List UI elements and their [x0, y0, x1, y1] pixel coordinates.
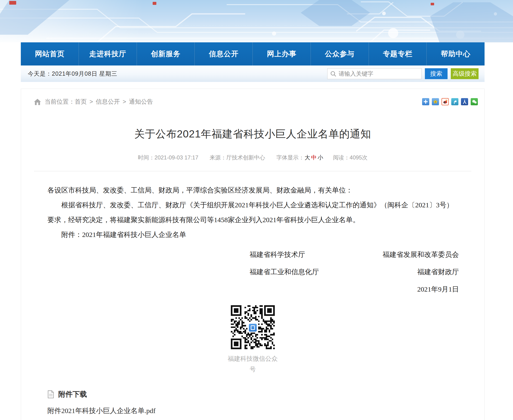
meta-time: 时间：2021-09-03 17:17	[138, 154, 198, 161]
main-nav: 网站首页 走进科技厅 创新服务 信息公开 网上办事 公众参与 专题专栏 帮助中心	[21, 42, 484, 66]
banner-red-accent	[431, 3, 434, 5]
signature-org: 福建省工业和信息化厅	[249, 267, 319, 277]
nav-item-public-participation[interactable]: 公众参与	[311, 42, 369, 66]
renren-icon[interactable]	[461, 98, 468, 105]
signature-date: 2021年9月1日	[249, 285, 459, 294]
qr-center-logo	[248, 323, 257, 332]
home-icon	[34, 98, 41, 105]
breadcrumb: 当前位置： 首页 > 信息公开 > 通知公告 z	[21, 89, 484, 106]
meta-font-label: 字体显示：	[276, 154, 304, 161]
paragraph: 各设区市科技局、发改委、工信局、财政局，平潭综合实验区经济发展局、财政金融局，有…	[47, 183, 458, 198]
wechat-icon[interactable]	[471, 98, 478, 105]
advanced-search-button[interactable]: 高级搜索	[451, 68, 478, 79]
qr-caption: 福建科技微信公众号	[225, 353, 280, 375]
signature-block: 福建省科学技术厅 福建省发展和改革委员会 福建省工业和信息化厅 福建省财政厅 2…	[249, 250, 459, 294]
page-title: 关于公布2021年福建省科技小巨人企业名单的通知	[34, 127, 471, 141]
font-size-small-button[interactable]: 小	[318, 154, 323, 161]
breadcrumb-label: 当前位置：	[45, 98, 75, 106]
top-banner	[0, 0, 513, 42]
document-icon	[47, 390, 54, 398]
breadcrumb-separator: >	[123, 98, 126, 105]
nav-item-info-disclosure[interactable]: 信息公开	[195, 42, 253, 66]
search-icon	[330, 71, 336, 77]
share-bar: z	[422, 98, 478, 105]
article-meta: 时间：2021-09-03 17:17 来源：厅技术创新中心 字体显示：大中小 …	[34, 154, 471, 161]
breadcrumb-link-notices[interactable]: 通知公告	[129, 98, 153, 106]
sina-weibo-icon[interactable]	[441, 98, 449, 105]
font-size-medium-button[interactable]: 中	[311, 154, 317, 161]
search-input[interactable]	[339, 70, 419, 77]
banner-red-accent	[9, 1, 16, 5]
breadcrumb-link-home[interactable]: 首页	[75, 98, 87, 106]
breadcrumb-link-info-disclosure[interactable]: 信息公开	[96, 98, 120, 106]
svg-text:z: z	[435, 101, 436, 103]
breadcrumb-separator: >	[89, 98, 93, 105]
circuit-pattern-graphic	[0, 0, 513, 42]
nav-item-online-services[interactable]: 网上办事	[253, 42, 311, 66]
banner-red-accent	[153, 2, 156, 5]
nav-item-innovation-services[interactable]: 创新服务	[137, 42, 195, 66]
font-size-large-button[interactable]: 大	[305, 154, 310, 161]
paragraph: 附件：2021年福建省科技小巨人企业名单	[47, 227, 458, 242]
divider	[34, 171, 471, 171]
qzone-icon[interactable]: z	[432, 98, 439, 105]
paragraph: 根据省科技厅、发改委、工信厅、财政厅《关于组织开展2021年科技小巨人企业遴选和…	[47, 198, 458, 227]
signature-org: 福建省科学技术厅	[249, 250, 305, 259]
meta-source: 来源：厅技术创新中心	[210, 154, 265, 161]
date-search-bar: 今天是：2021年09月08日 星期三 搜索 高级搜索	[21, 66, 484, 82]
attachment-section-title: 附件下载	[58, 390, 87, 399]
tencent-weibo-icon[interactable]	[451, 98, 458, 105]
content-panel: 当前位置： 首页 > 信息公开 > 通知公告 z	[21, 89, 484, 420]
nav-item-help-center[interactable]: 帮助中心	[426, 42, 484, 66]
nav-item-home[interactable]: 网站首页	[21, 42, 79, 66]
signature-org: 福建省发展和改革委员会	[382, 250, 459, 259]
search-box	[327, 68, 422, 79]
share-more-icon[interactable]	[422, 98, 429, 105]
meta-views: 阅读：4095次	[333, 154, 367, 161]
signature-org: 福建省财政厅	[417, 267, 459, 277]
nav-item-about[interactable]: 走进科技厅	[79, 42, 137, 66]
today-date-text: 今天是：2021年09月08日 星期三	[28, 70, 117, 77]
attachment-file-link[interactable]: 附件2021年科技小巨人企业名单.pdf	[47, 406, 471, 416]
search-button[interactable]: 搜索	[425, 68, 447, 79]
article-body: 各设区市科技局、发改委、工信局、财政局，平潭综合实验区经济发展局、财政金融局，有…	[34, 183, 471, 242]
wechat-qr-code	[231, 305, 275, 350]
nav-item-special-topics[interactable]: 专题专栏	[369, 42, 427, 66]
